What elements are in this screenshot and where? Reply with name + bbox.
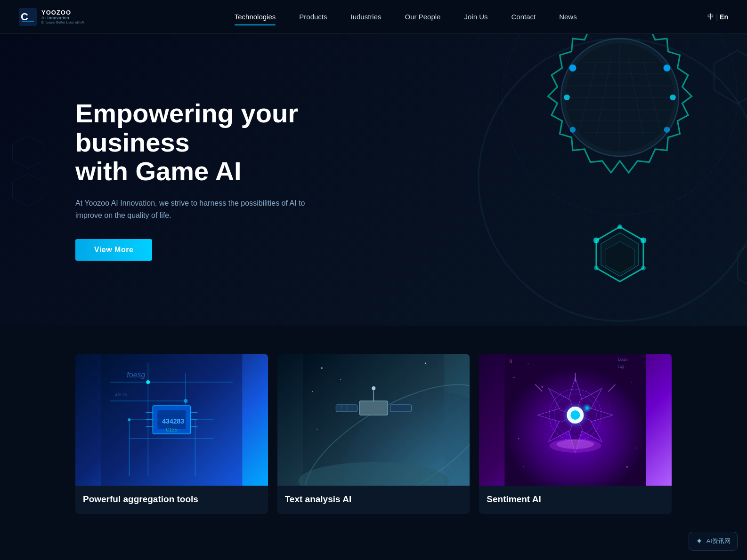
- nav-contact[interactable]: Contact: [511, 13, 536, 23]
- svg-point-87: [523, 466, 524, 467]
- logo[interactable]: C YOOZOO AI Innovation Empower Better Li…: [19, 8, 104, 26]
- svg-text:foesg: foesg: [127, 371, 145, 379]
- nav-our-people[interactable]: Our People: [405, 13, 441, 23]
- hero-content: Empowering your business with Game AI At…: [0, 99, 320, 261]
- nav-join-us[interactable]: Join Us: [464, 13, 487, 23]
- cards-section: 434283 C135 fo: [0, 326, 747, 533]
- svg-point-85: [636, 448, 637, 448]
- svg-point-30: [593, 238, 600, 244]
- navbar: C YOOZOO AI Innovation Empower Better Li…: [0, 0, 747, 34]
- hero-title: Empowering your business with Game AI: [75, 99, 320, 186]
- svg-point-76: [317, 429, 317, 430]
- lang-zh[interactable]: 中: [707, 13, 714, 21]
- svg-text:C135: C135: [166, 427, 177, 432]
- nav-technologies[interactable]: Technologies: [235, 13, 276, 23]
- card-image-1: 434283 C135 fo: [75, 354, 268, 486]
- svg-text:434283: 434283: [162, 417, 184, 425]
- card-label-1: Powerful aggregation tools: [75, 486, 268, 514]
- svg-point-72: [321, 368, 322, 369]
- svg-point-34: [641, 266, 646, 271]
- circuit-svg: 434283 C135 fo: [75, 354, 268, 486]
- svg-point-56: [146, 380, 150, 384]
- cards-grid: 434283 C135 fo: [75, 354, 672, 514]
- ai-badge: ✦ AI资讯网: [689, 532, 738, 533]
- lang-sep: |: [716, 13, 718, 21]
- svg-point-20: [664, 64, 671, 72]
- svg-point-81: [542, 386, 544, 388]
- svg-point-73: [340, 379, 341, 380]
- svg-point-71: [372, 386, 375, 390]
- hero-section: Empowering your business with Game AI At…: [0, 34, 747, 326]
- svg-point-79: [513, 377, 515, 378]
- view-more-button[interactable]: View More: [75, 239, 152, 261]
- svg-text:43116: 43116: [115, 392, 127, 397]
- card-label-2: Text analysis AI: [277, 486, 470, 514]
- svg-point-22: [564, 95, 570, 101]
- svg-point-31: [641, 238, 647, 244]
- svg-point-111: [585, 406, 589, 410]
- svg-point-23: [570, 127, 576, 133]
- lang-en[interactable]: En: [720, 13, 728, 21]
- svg-point-75: [424, 363, 426, 364]
- language-switcher[interactable]: 中 | En: [707, 13, 728, 21]
- card-aggregation-tools[interactable]: 434283 C135 fo: [75, 354, 268, 514]
- card-sentiment-ai[interactable]: 8 Coin Cat Sentiment AI: [479, 354, 672, 514]
- svg-point-83: [632, 382, 633, 383]
- svg-marker-36: [738, 239, 747, 292]
- card-label-3: Sentiment AI: [479, 486, 672, 514]
- svg-point-86: [626, 466, 628, 468]
- svg-rect-64: [359, 401, 388, 415]
- svg-point-33: [594, 266, 599, 271]
- svg-text:8: 8: [510, 359, 512, 364]
- svg-point-74: [312, 391, 313, 392]
- card-image-3: 8 Coin Cat: [479, 354, 672, 486]
- svg-point-80: [528, 363, 529, 364]
- card-image-2: [277, 354, 470, 486]
- svg-rect-66: [390, 405, 411, 412]
- svg-point-19: [569, 64, 576, 72]
- svg-rect-65: [336, 405, 357, 412]
- card-text-analysis[interactable]: Text analysis AI: [277, 354, 470, 514]
- gear-graphic: [455, 34, 747, 326]
- svg-point-32: [617, 224, 622, 229]
- svg-text:Cat: Cat: [618, 365, 625, 369]
- nav-industries[interactable]: Iudustries: [351, 13, 382, 23]
- svg-text:Coin: Coin: [618, 357, 628, 362]
- futuristic-svg: 8 Coin Cat: [479, 354, 672, 486]
- brand-name: YOOZOO: [41, 9, 84, 16]
- svg-point-24: [664, 127, 670, 133]
- hero-description: At Yoozoo AI Innovation, we strive to ha…: [75, 197, 306, 222]
- svg-point-84: [518, 438, 520, 440]
- brand-line2: AI Innovation: [41, 16, 84, 21]
- svg-point-98: [571, 410, 580, 420]
- brand-tagline: Empower Better Lives with AI: [41, 21, 84, 24]
- satellite-svg: [277, 354, 470, 486]
- svg-point-105: [557, 440, 594, 449]
- svg-point-21: [670, 95, 676, 101]
- svg-point-58: [128, 418, 130, 421]
- nav-products[interactable]: Products: [299, 13, 327, 23]
- svg-marker-35: [714, 50, 747, 104]
- svg-point-57: [184, 399, 187, 403]
- nav-news[interactable]: News: [559, 13, 577, 23]
